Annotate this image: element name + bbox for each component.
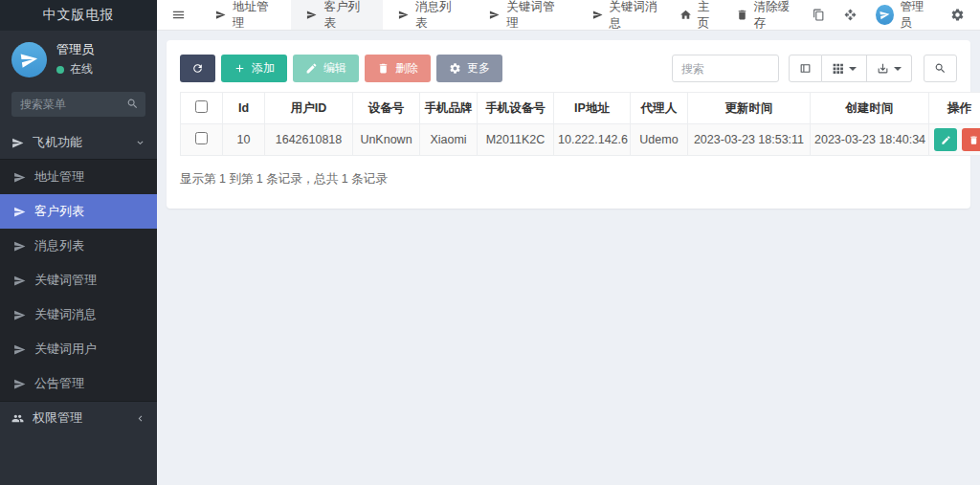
trash-icon bbox=[377, 62, 390, 75]
tab-label: 关键词管理 bbox=[506, 0, 561, 32]
paper-plane-icon bbox=[13, 309, 26, 321]
search-icon bbox=[934, 62, 947, 75]
tab-label: 关键词消息 bbox=[610, 0, 664, 32]
sidebar-item-keyword-users[interactable]: 关键词用户 bbox=[0, 332, 157, 366]
sidebar-item-label: 关键词消息 bbox=[34, 306, 97, 323]
sidebar-item-customer-list[interactable]: 客户列表 bbox=[0, 194, 157, 229]
row-delete-button[interactable] bbox=[962, 128, 980, 151]
tab-address-management[interactable]: 地址管理 bbox=[200, 0, 291, 30]
gear-icon bbox=[449, 62, 461, 75]
pencil-icon bbox=[941, 135, 951, 145]
sidebar-item-label: 关键词用户 bbox=[34, 341, 97, 358]
export-button[interactable] bbox=[867, 55, 912, 82]
fullscreen-icon[interactable] bbox=[844, 9, 857, 21]
add-button[interactable]: 添加 bbox=[221, 55, 287, 82]
sidebar-search-input[interactable] bbox=[11, 92, 145, 117]
sidebar-item-address-management[interactable]: 地址管理 bbox=[0, 160, 157, 194]
more-button[interactable]: 更多 bbox=[436, 55, 502, 82]
sidebar-item-label: 消息列表 bbox=[34, 237, 84, 254]
table-search-input[interactable] bbox=[672, 55, 779, 82]
cell-device-no: UnKnown bbox=[353, 124, 420, 156]
col-phone-brand: 手机品牌 bbox=[420, 93, 478, 124]
navbar-right: 主页 清除缓存 管理员 bbox=[679, 0, 980, 30]
trash-icon bbox=[969, 135, 979, 145]
cell-ip-address: 10.222.142.6 bbox=[554, 124, 631, 156]
table-icon bbox=[799, 62, 812, 75]
refresh-icon bbox=[191, 62, 204, 75]
users-icon bbox=[11, 412, 24, 425]
chevron-down-icon bbox=[135, 138, 145, 148]
sidebar-group-plane-functions[interactable]: 飞机功能 bbox=[0, 126, 157, 159]
cell-phone-brand: Xiaomi bbox=[420, 124, 478, 156]
customer-table: Id 用户ID 设备号 手机品牌 手机设备号 IP地址 代理人 更新时间 创建时… bbox=[180, 92, 980, 156]
paper-plane-icon bbox=[11, 137, 24, 149]
tab-label: 消息列表 bbox=[415, 0, 458, 32]
online-status-dot bbox=[56, 66, 64, 74]
telegram-plane-icon bbox=[879, 9, 890, 20]
refresh-button[interactable] bbox=[180, 55, 215, 82]
sidebar-item-announcement-management[interactable]: 公告管理 bbox=[0, 366, 157, 401]
tab-label: 客户列表 bbox=[323, 0, 367, 32]
cell-phone-device-no: M2011K2C bbox=[478, 124, 554, 156]
tab-keyword-messages[interactable]: 关键词消息 bbox=[577, 0, 679, 30]
sidebar-search bbox=[11, 92, 145, 117]
sidebar-item-message-list[interactable]: 消息列表 bbox=[0, 229, 157, 263]
copy-refresh-icon[interactable] bbox=[813, 9, 825, 21]
paper-plane-icon bbox=[13, 240, 26, 253]
cell-agent: Udemo bbox=[631, 124, 688, 156]
table-toolbar: 添加 编辑 删除 更多 bbox=[180, 55, 957, 82]
table-row[interactable]: 10 1642610818 UnKnown Xiaomi M2011K2C 10… bbox=[181, 124, 980, 156]
paper-plane-icon bbox=[13, 343, 26, 356]
sidebar-item-keyword-management[interactable]: 关键词管理 bbox=[0, 263, 157, 298]
tab-customer-list[interactable]: 客户列表 bbox=[291, 0, 382, 30]
col-created-at: 创建时间 bbox=[811, 93, 929, 124]
hamburger-menu-icon[interactable] bbox=[157, 0, 200, 30]
pencil-icon bbox=[305, 62, 318, 75]
user-name: 管理员 bbox=[56, 41, 94, 58]
edit-button[interactable]: 编辑 bbox=[293, 55, 359, 82]
delete-button[interactable]: 删除 bbox=[365, 55, 431, 82]
paper-plane-icon bbox=[215, 10, 226, 20]
select-all-checkbox[interactable] bbox=[195, 100, 208, 113]
chevron-left-icon bbox=[135, 413, 145, 424]
columns-toggle-button[interactable] bbox=[822, 55, 867, 82]
sidebar-item-label: 公告管理 bbox=[34, 375, 84, 392]
col-id: Id bbox=[223, 93, 265, 124]
search-icon bbox=[126, 98, 139, 110]
navbar-user-menu[interactable]: 管理员 bbox=[876, 0, 931, 32]
tab-keyword-management[interactable]: 关键词管理 bbox=[474, 0, 576, 30]
sidebar-item-keyword-messages[interactable]: 关键词消息 bbox=[0, 298, 157, 332]
search-toggle-button[interactable] bbox=[924, 55, 957, 82]
sidebar-group-label: 飞机功能 bbox=[33, 134, 82, 151]
col-device-no: 设备号 bbox=[353, 93, 420, 124]
avatar bbox=[11, 42, 47, 77]
sidebar-item-label: 地址管理 bbox=[34, 168, 84, 186]
sidebar-menu: 飞机功能 地址管理 客户列表 消息列表 关键词管理 bbox=[0, 126, 157, 485]
caret-down-icon bbox=[849, 67, 857, 71]
telegram-plane-icon bbox=[19, 49, 39, 69]
paper-plane-icon bbox=[13, 275, 26, 287]
top-navbar: 地址管理 客户列表 消息列表 关键词管理 关键词消息 主页 bbox=[157, 0, 980, 31]
sidebar: 中文版电报 管理员 在线 飞机功能 bbox=[0, 0, 157, 485]
export-icon bbox=[877, 62, 889, 75]
customer-list-card: 添加 编辑 删除 更多 bbox=[167, 40, 970, 209]
table-view-button-group bbox=[789, 55, 912, 82]
tab-message-list[interactable]: 消息列表 bbox=[383, 0, 474, 30]
toolbar-right bbox=[672, 55, 957, 82]
trash-icon bbox=[736, 9, 748, 21]
pagination-toggle-button[interactable] bbox=[789, 55, 822, 82]
col-ip-address: IP地址 bbox=[554, 93, 631, 124]
sidebar-group-permission-management[interactable]: 权限管理 bbox=[0, 402, 157, 434]
cell-created-at: 2023-03-23 18:40:34 bbox=[811, 124, 929, 156]
row-checkbox[interactable] bbox=[195, 132, 208, 144]
row-actions bbox=[933, 128, 980, 151]
navbar-username: 管理员 bbox=[901, 0, 932, 32]
row-edit-button[interactable] bbox=[934, 128, 957, 151]
brand-title: 中文版电报 bbox=[0, 0, 157, 31]
clear-cache-link[interactable]: 清除缓存 bbox=[736, 0, 794, 32]
settings-cogs-icon[interactable] bbox=[950, 8, 965, 22]
home-link[interactable]: 主页 bbox=[679, 0, 717, 32]
table-header-row: Id 用户ID 设备号 手机品牌 手机设备号 IP地址 代理人 更新时间 创建时… bbox=[181, 93, 980, 124]
col-updated-at: 更新时间 bbox=[688, 93, 811, 124]
paper-plane-icon bbox=[13, 378, 26, 390]
